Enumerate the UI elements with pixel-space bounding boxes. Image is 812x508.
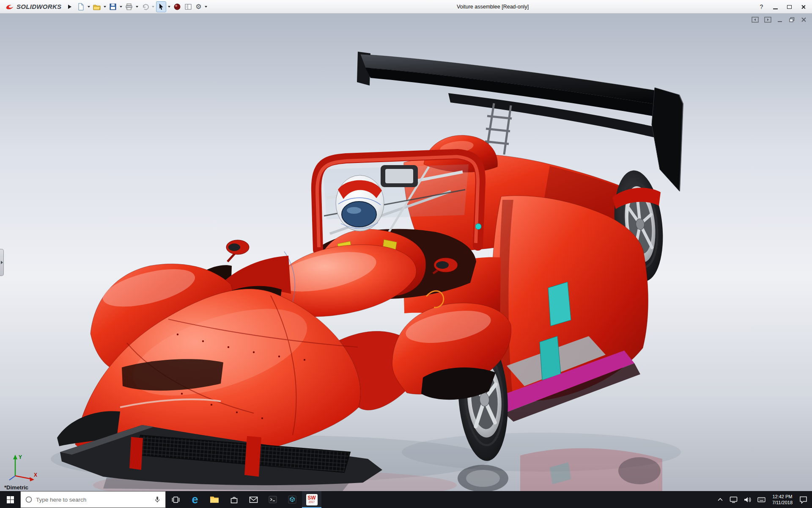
document-minimize-button[interactable]: [777, 17, 783, 23]
dassault-systemes-logo-icon: [5, 3, 14, 10]
keyboard-icon: [757, 496, 765, 503]
display-pane-icon: [184, 3, 192, 11]
options-button[interactable]: ⚙: [194, 1, 203, 12]
network-icon: [730, 496, 738, 503]
collapse-pane-left-button[interactable]: [752, 17, 759, 23]
file-explorer-icon: [210, 495, 219, 504]
start-button[interactable]: [0, 491, 20, 508]
save-dropdown-caret[interactable]: [120, 6, 122, 8]
solidworks-window: SOLIDWORKS: [0, 0, 812, 508]
file-explorer-button[interactable]: [205, 491, 224, 508]
solidworks-icon: SW 2017: [306, 494, 318, 505]
triad-x-label: X: [34, 472, 37, 478]
taskbar-clock[interactable]: 12:42 PM 7/11/2018: [768, 491, 796, 508]
options-dropdown-caret[interactable]: [205, 6, 207, 8]
system-tray: 12:42 PM 7/11/2018: [714, 491, 812, 508]
command-prompt-icon: [268, 495, 277, 504]
search-input[interactable]: [36, 497, 150, 503]
document-close-button[interactable]: [801, 17, 807, 23]
help-button[interactable]: ?: [754, 1, 768, 12]
orientation-triad: Y X: [5, 452, 41, 483]
maximize-button[interactable]: [782, 1, 796, 12]
windows-taskbar: e SW: [0, 491, 812, 508]
edit-appearance-button[interactable]: [172, 1, 182, 12]
print-icon: [125, 3, 133, 11]
print-button[interactable]: [124, 1, 134, 12]
new-dropdown-caret[interactable]: [88, 6, 90, 8]
chevron-up-icon: [717, 497, 724, 502]
solidworks-taskbar-button[interactable]: SW 2017: [302, 491, 321, 508]
driver-helmet: [336, 175, 384, 231]
hidden-icons-button[interactable]: [714, 491, 727, 508]
save-floppy-icon: [109, 3, 117, 11]
save-button[interactable]: [108, 1, 118, 12]
edge-button[interactable]: e: [185, 491, 205, 508]
action-center-icon: [799, 496, 807, 504]
network-tray-button[interactable]: [727, 491, 741, 508]
document-window-controls: [752, 17, 807, 23]
3d-builder-icon: [288, 495, 297, 504]
side-marker-light[interactable]: [475, 224, 481, 229]
touch-keyboard-button[interactable]: [754, 491, 768, 508]
minimize-icon: [773, 8, 778, 9]
command-prompt-button[interactable]: [263, 491, 283, 508]
window-controls: ?: [754, 1, 810, 12]
print-dropdown-caret[interactable]: [136, 6, 138, 8]
windows-logo-icon: [7, 496, 14, 503]
feature-manager-collapse-tab[interactable]: [0, 249, 4, 276]
clock-time: 12:42 PM: [772, 494, 792, 500]
mail-button[interactable]: [244, 491, 263, 508]
helmet-visor: [342, 202, 376, 227]
select-tool-button[interactable]: [156, 1, 166, 12]
3d-builder-button[interactable]: [283, 491, 302, 508]
gear-icon: ⚙: [195, 3, 201, 10]
open-dropdown-caret[interactable]: [104, 6, 106, 8]
triad-y-label: Y: [19, 454, 22, 460]
new-document-icon: [77, 3, 85, 11]
open-folder-icon: [93, 3, 101, 11]
document-title: Voiture assemblee [Read-only]: [417, 4, 569, 10]
select-dropdown-caret[interactable]: [168, 6, 170, 8]
side-window-lower[interactable]: [540, 336, 561, 380]
rearview-mirror: [381, 165, 418, 187]
appearance-sphere-icon: [173, 3, 181, 11]
clock-date: 7/11/2018: [772, 500, 793, 505]
collapse-pane-right-button[interactable]: [764, 17, 771, 23]
view-orientation-label: *Dimetric: [4, 484, 28, 491]
undo-dropdown-caret[interactable]: [152, 6, 154, 8]
taskbar-search[interactable]: [20, 491, 166, 508]
graphics-area: Y X *Dimetric: [0, 14, 812, 491]
open-document-button[interactable]: [92, 1, 102, 12]
speaker-icon: [743, 496, 752, 503]
splitter-support-center: [244, 436, 261, 477]
toolbar-flyout-button[interactable]: [68, 5, 71, 9]
titlebar: SOLIDWORKS: [0, 0, 812, 14]
quick-toolbar: ⚙: [76, 1, 208, 12]
task-view-icon: [171, 495, 180, 504]
flyout-arrow-icon: [68, 5, 71, 9]
store-icon: [230, 495, 239, 504]
edge-icon: e: [192, 494, 198, 505]
select-cursor-icon: [157, 3, 165, 11]
action-center-button[interactable]: [796, 491, 810, 508]
mail-icon: [249, 496, 258, 504]
maximize-icon: [787, 5, 792, 9]
undo-button[interactable]: [140, 1, 150, 12]
minimize-button[interactable]: [768, 1, 782, 12]
undo-icon: [141, 3, 149, 11]
close-icon: [801, 5, 806, 9]
side-window-upper[interactable]: [548, 282, 571, 326]
microphone-icon[interactable]: [154, 496, 161, 503]
help-icon: ?: [760, 3, 763, 10]
volume-tray-button[interactable]: [741, 491, 754, 508]
app-logo: SOLIDWORKS: [0, 3, 61, 10]
brand-text: SOLIDWORKS: [16, 3, 61, 10]
document-restore-button[interactable]: [789, 17, 795, 23]
store-button[interactable]: [224, 491, 244, 508]
search-icon: [25, 496, 33, 503]
close-button[interactable]: [796, 1, 810, 12]
new-document-button[interactable]: [76, 1, 86, 12]
3d-model-viewport[interactable]: [0, 14, 812, 491]
display-pane-button[interactable]: [183, 1, 193, 12]
task-view-button[interactable]: [166, 491, 185, 508]
